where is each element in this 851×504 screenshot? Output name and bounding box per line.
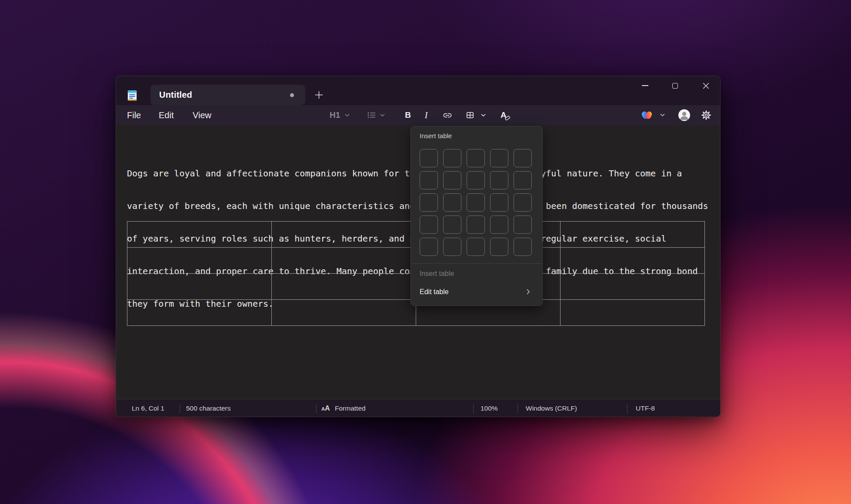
table-cell[interactable] [127, 222, 272, 248]
table-icon [466, 111, 474, 119]
plus-icon [315, 91, 323, 99]
table-size-cell[interactable] [514, 238, 532, 256]
table-size-cell[interactable] [420, 171, 438, 189]
copilot-button[interactable] [641, 110, 665, 121]
table-size-cell[interactable] [420, 149, 438, 167]
table-size-cell[interactable] [420, 238, 438, 256]
unsaved-indicator-icon [290, 93, 294, 97]
table-size-cell[interactable] [514, 193, 532, 212]
table-cell[interactable] [272, 248, 416, 274]
encoding: UTF-8 [636, 405, 655, 412]
flyout-separator [411, 263, 542, 264]
chevron-down-icon [380, 114, 385, 117]
table-size-cell[interactable] [443, 193, 461, 212]
toolbar: File Edit View H1 B [116, 105, 720, 125]
table-size-cell[interactable] [443, 149, 461, 167]
close-icon [703, 83, 709, 89]
table-size-cell[interactable] [514, 216, 532, 234]
link-icon [443, 110, 452, 120]
notepad-app-icon [127, 90, 137, 102]
table-size-cell[interactable] [467, 149, 485, 167]
double-a-icon: AA [321, 405, 330, 412]
table-cell[interactable] [272, 222, 416, 248]
table-size-cell[interactable] [490, 149, 508, 167]
heading-style-button[interactable]: H1 [330, 110, 350, 120]
table-size-cell[interactable] [420, 193, 438, 212]
table-size-cell[interactable] [467, 216, 485, 234]
close-button[interactable] [696, 76, 716, 95]
minimize-icon [642, 85, 648, 86]
minimize-button[interactable] [635, 76, 655, 95]
bullet-list-icon [367, 111, 376, 119]
new-tab-button[interactable] [310, 86, 328, 104]
chevron-down-icon [345, 114, 350, 117]
table-size-cell[interactable] [443, 216, 461, 234]
table-size-cell[interactable] [514, 171, 532, 189]
chevron-right-icon [527, 289, 530, 295]
zoom-level: 100% [481, 405, 498, 412]
table-cell[interactable] [561, 300, 705, 326]
table-size-cell[interactable] [490, 193, 508, 212]
table-size-cell[interactable] [514, 149, 532, 167]
line-endings: Windows (CRLF) [526, 405, 577, 412]
table-button[interactable] [466, 111, 486, 119]
title-bar: Untitled [116, 76, 720, 105]
maximize-button[interactable] [665, 76, 685, 95]
character-count: 500 characters [186, 405, 231, 412]
table-size-cell[interactable] [467, 193, 485, 212]
clear-formatting-button[interactable]: A [501, 110, 507, 120]
menu-view[interactable]: View [193, 110, 211, 120]
status-divider [627, 404, 627, 413]
table-cell[interactable] [561, 222, 705, 248]
maximize-icon [672, 83, 678, 89]
status-divider [316, 404, 317, 413]
insert-table-flyout: Insert table Insert table Edit table [410, 126, 543, 306]
table-cell[interactable] [561, 248, 705, 274]
gear-icon [701, 110, 711, 120]
table-cell[interactable] [127, 300, 272, 326]
tab-title: Untitled [159, 90, 192, 100]
table-size-cell[interactable] [420, 216, 438, 234]
table-size-cell[interactable] [443, 171, 461, 189]
chevron-down-icon [660, 114, 665, 117]
table-cell[interactable] [127, 274, 272, 300]
settings-button[interactable] [701, 110, 711, 120]
chevron-down-icon [481, 114, 486, 117]
status-bar: Ln 6, Col 1 500 characters AA Formatted … [116, 399, 720, 417]
heading-style-label: H1 [330, 110, 340, 120]
table-size-cell[interactable] [443, 238, 461, 256]
account-button[interactable] [678, 109, 690, 121]
status-divider [473, 404, 474, 413]
view-mode: Formatted [335, 405, 366, 412]
copilot-icon [641, 110, 652, 121]
bold-button[interactable]: B [405, 110, 411, 120]
table-size-cell[interactable] [490, 171, 508, 189]
edit-table-item[interactable]: Edit table [420, 288, 449, 296]
cursor-position: Ln 6, Col 1 [132, 405, 164, 412]
table-cell[interactable] [561, 274, 705, 300]
status-divider [180, 404, 180, 413]
table-cell[interactable] [272, 274, 416, 300]
insert-table-item: Insert table [420, 270, 454, 278]
list-button[interactable] [367, 111, 385, 119]
status-divider [517, 404, 518, 413]
menu-edit[interactable]: Edit [159, 110, 174, 120]
table-cell[interactable] [127, 248, 272, 274]
person-circle-icon [678, 109, 690, 121]
notepad-window: Untitled File Edit View H1 [116, 76, 721, 417]
menu-file[interactable]: File [127, 110, 141, 120]
table-cell[interactable] [272, 300, 416, 326]
eraser-icon [504, 115, 511, 121]
table-size-cell[interactable] [467, 171, 485, 189]
table-size-cell[interactable] [490, 238, 508, 256]
table-size-cell[interactable] [467, 238, 485, 256]
tab-untitled[interactable]: Untitled [150, 85, 305, 105]
table-size-cell[interactable] [490, 216, 508, 234]
italic-button[interactable]: I [425, 110, 428, 120]
table-size-grid [420, 149, 532, 256]
flyout-header: Insert table [420, 132, 452, 139]
link-button[interactable] [443, 110, 452, 120]
